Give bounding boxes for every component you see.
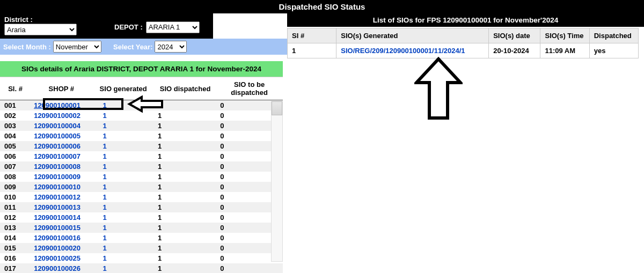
month-label: Select Month : [3,43,51,51]
table-row: 012120900100014110 [0,212,283,223]
cell-gen-link[interactable]: 1 [92,223,154,233]
table-row: 004120900100005110 [0,131,283,141]
cell-sl: 1 [288,43,336,58]
col-gen: SIO generated [92,77,154,100]
cell-sl: 016 [0,253,31,263]
cell-disp: 1 [155,100,216,111]
cell-sl: 015 [0,243,31,253]
cell-gen-link[interactable]: 1 [92,151,154,161]
cell-disp: 1 [155,151,216,161]
col-sio-time: SIO(s) Time [540,28,589,43]
cell-sl: 007 [0,161,31,172]
cell-sl: 008 [0,172,31,182]
cell-disp: 1 [155,182,216,192]
cell-gen-link[interactable]: 1 [92,233,154,243]
table-row: 002120900100002110 [0,110,283,121]
cell-sl: 013 [0,223,31,233]
cell-shop-link[interactable]: 120900100001 [31,100,92,111]
cell-gen-link[interactable]: 1 [92,243,154,253]
scrollbar-track[interactable] [271,101,283,262]
scrollbar-thumb[interactable] [272,101,282,115]
left-panel-header: SIOs details of Araria DISTRICT, DEPOT A… [0,61,283,77]
year-select[interactable]: 2024 [155,41,187,53]
cell-sl: 005 [0,141,31,151]
cell-date: 20-10-2024 [489,43,540,58]
sio-details-grid: Sl. # SHOP # SIO generated SIO dispatche… [0,77,283,273]
cell-tobe: 0 [216,263,283,273]
cell-disp: 1 [155,202,216,212]
cell-sl: 010 [0,192,31,202]
sios-list-table: SI # SIO(s) Generated SIO(s) date SIO(s)… [287,28,639,58]
cell-gen-link[interactable]: 1 [92,182,154,192]
grid-header-row: Sl. # SHOP # SIO generated SIO dispatche… [0,77,283,100]
cell-sl: 006 [0,151,31,161]
cell-gen-link[interactable]: 1 [92,100,154,111]
cell-gen-link[interactable]: 1 [92,192,154,202]
cell-shop-link[interactable]: 120900100010 [31,182,92,192]
district-filter: District : Araria [0,13,110,39]
cell-shop-link[interactable]: 120900100012 [31,192,92,202]
district-select[interactable]: Araria [4,24,77,35]
cell-shop-link[interactable]: 120900100014 [31,212,92,223]
cell-time: 11:09 AM [540,43,589,58]
col-sl: SI # [288,28,336,43]
table-row: 009120900100010110 [0,182,283,192]
cell-shop-link[interactable]: 120900100009 [31,172,92,182]
table-row: 001120900100001110 [0,100,283,111]
table-row: 015120900100020110 [0,243,283,253]
cell-gen-link[interactable]: 1 [92,141,154,151]
page-title: Dispatched SIO Status [0,0,644,13]
cell-disp: 1 [155,212,216,223]
cell-gen-link[interactable]: 1 [92,263,154,273]
cell-shop-link[interactable]: 120900100016 [31,233,92,243]
table-row: 013120900100015110 [0,223,283,233]
cell-shop-link[interactable]: 120900100006 [31,141,92,151]
cell-disp: 1 [155,233,216,243]
cell-shop-link[interactable]: 120900100026 [31,263,92,273]
cell-gen-link[interactable]: 1 [92,121,154,131]
cell-disp: 1 [155,223,216,233]
cell-gen-link[interactable]: 1 [92,131,154,141]
cell-shop-link[interactable]: 120900100020 [31,243,92,253]
col-disp: SIO dispatched [155,77,216,100]
cell-gen-link[interactable]: 1 [92,172,154,182]
cell-sl: 012 [0,212,31,223]
cell-gen-link[interactable]: 1 [92,253,154,263]
table-row: 016120900100025110 [0,253,283,263]
cell-disp: 1 [155,131,216,141]
table-row: 007120900100008110 [0,161,283,172]
cell-shop-link[interactable]: 120900100004 [31,121,92,131]
left-column: District : Araria DEPOT : ARARIA 1 Selec… [0,13,287,273]
sios-header-row: SI # SIO(s) Generated SIO(s) date SIO(s)… [288,28,639,43]
cell-gen-link[interactable]: 1 [92,202,154,212]
cell-gen-link[interactable]: 1 [92,212,154,223]
depot-select[interactable]: ARARIA 1 [146,21,200,33]
cell-disp: 1 [155,263,216,273]
cell-shop-link[interactable]: 120900100015 [31,223,92,233]
col-sio-generated: SIO(s) Generated [336,28,489,43]
cell-gen-link[interactable]: 1 [92,110,154,121]
cell-shop-link[interactable]: 120900100008 [31,161,92,172]
col-shop: SHOP # [31,77,92,100]
cell-shop-link[interactable]: 120900100005 [31,131,92,141]
cell-shop-link[interactable]: 120900100007 [31,151,92,161]
cell-disp: 1 [155,161,216,172]
cell-shop-link[interactable]: 120900100025 [31,253,92,263]
cell-shop-link[interactable]: 120900100013 [31,202,92,212]
month-select[interactable]: November [53,41,101,53]
cell-sl: 011 [0,202,31,212]
cell-gen-link[interactable]: 1 [92,161,154,172]
cell-sl: 003 [0,121,31,131]
cell-sl: 009 [0,182,31,192]
cell-disp: 1 [155,253,216,263]
cell-dispatched: yes [589,43,638,58]
cell-shop-link[interactable]: 120900100002 [31,110,92,121]
table-row: 005120900100006110 [0,141,283,151]
col-tobe: SIO to be dispatched [216,77,283,100]
table-row: 1SIO/REG/209/120900100001/11/2024/120-10… [288,43,639,58]
cell-sl: 017 [0,263,31,273]
table-row: 006120900100007110 [0,151,283,161]
cell-sio-link[interactable]: SIO/REG/209/120900100001/11/2024/1 [336,43,489,58]
cell-sl: 014 [0,233,31,243]
right-panel-header: List of SIOs for FPS 120900100001 for No… [287,13,644,27]
